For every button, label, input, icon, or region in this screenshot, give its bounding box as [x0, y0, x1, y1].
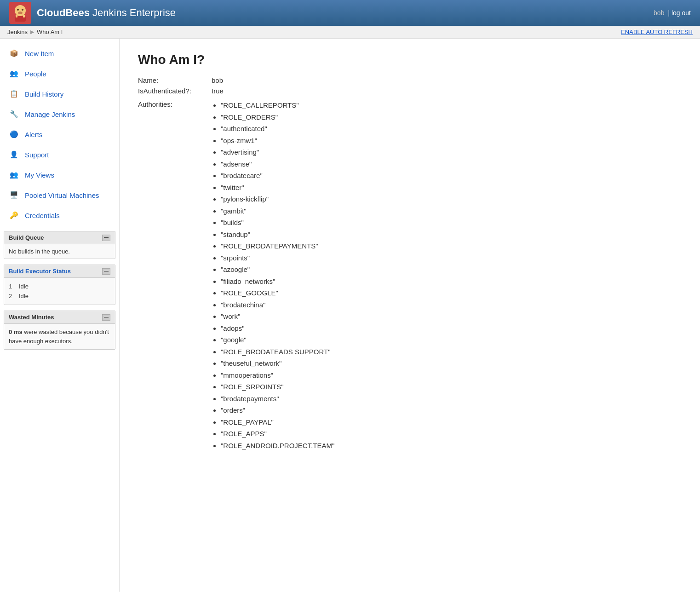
authority-item: "ROLE_BRODATEPAYMENTS" [221, 240, 334, 252]
build-executor-collapse-button[interactable]: — [102, 268, 110, 275]
authority-item: "ROLE_SRPOINTS" [221, 381, 334, 393]
authority-item: "theuseful_network" [221, 357, 334, 369]
logo-avatar [9, 2, 31, 24]
is-authenticated-label: IsAuthenticated?: [138, 87, 212, 95]
sidebar: 📦New Item👥People📋Build History🔧Manage Je… [0, 39, 120, 592]
build-queue-empty-message: No builds in the queue. [9, 248, 70, 255]
executor-list: 1Idle2Idle [9, 282, 110, 301]
authority-item: "brodatepayments" [221, 393, 334, 405]
breadcrumb-jenkins-link[interactable]: Jenkins [7, 29, 28, 35]
authority-item: "ops-zmw1" [221, 135, 334, 147]
build-queue-title: Build Queue [9, 234, 44, 241]
authority-item: "azoogle" [221, 264, 334, 276]
header-user-area: bob | log out [654, 9, 691, 17]
authority-item: "builds" [221, 217, 334, 229]
who-am-i-info: Name: bob IsAuthenticated?: true [138, 76, 682, 95]
build-queue-collapse-button[interactable]: — [102, 235, 110, 241]
authority-item: "work" [221, 311, 334, 323]
alerts-icon: 🔵 [7, 128, 20, 141]
svg-point-1 [17, 9, 19, 11]
support-icon: 👤 [7, 148, 20, 161]
authority-item: "filiado_networks" [221, 276, 334, 288]
page-title: Who Am I? [138, 52, 682, 67]
authorities-label: Authorities: [138, 99, 212, 451]
is-authenticated-row: IsAuthenticated?: true [138, 87, 682, 95]
build-history-icon: 📋 [7, 87, 20, 100]
wasted-minutes-panel: Wasted Minutes — 0 ms were wasted becaus… [4, 311, 115, 350]
svg-point-0 [15, 5, 26, 16]
authority-item: "authenticated" [221, 123, 334, 135]
authority-item: "google" [221, 334, 334, 346]
build-executor-panel: Build Executor Status — 1Idle2Idle [4, 265, 115, 305]
sidebar-item-build-history[interactable]: 📋Build History [0, 84, 119, 104]
sidebar-item-label-my-views: My Views [25, 171, 54, 179]
authority-item: "pylons-kickflip" [221, 193, 334, 205]
page-layout: 📦New Item👥People📋Build History🔧Manage Je… [0, 39, 700, 592]
header-left: CloudBees Jenkins Enterprise [9, 2, 176, 24]
authority-item: "brodatecare" [221, 170, 334, 182]
svg-point-2 [22, 9, 23, 11]
executor-status: Idle [19, 283, 29, 290]
executor-number: 1 [9, 283, 15, 290]
new-item-icon: 📦 [7, 47, 20, 60]
authority-item: "srpoints" [221, 252, 334, 264]
sidebar-item-label-people: People [25, 70, 46, 78]
wasted-minutes-body: 0 ms were wasted because you didn't have… [4, 324, 115, 349]
credentials-icon: 🔑 [7, 209, 20, 222]
svg-rect-5 [16, 15, 17, 17]
app-title: CloudBees Jenkins Enterprise [37, 7, 176, 19]
sidebar-nav: 📦New Item👥People📋Build History🔧Manage Je… [0, 43, 119, 225]
build-queue-body: No builds in the queue. [4, 244, 115, 259]
sidebar-item-pooled-vms[interactable]: 🖥️Pooled Virtual Machines [0, 185, 119, 205]
build-executor-header: Build Executor Status — [4, 265, 115, 278]
sidebar-item-label-build-history: Build History [25, 90, 63, 98]
build-queue-header: Build Queue — [4, 231, 115, 244]
build-executor-body: 1Idle2Idle [4, 278, 115, 305]
sidebar-item-label-new-item: New Item [25, 50, 54, 58]
enable-auto-refresh-link[interactable]: ENABLE AUTO REFRESH [621, 29, 693, 35]
wasted-ms-rest: were wasted because you didn't have enou… [9, 328, 109, 345]
authority-item: "orders" [221, 404, 334, 416]
executor-number: 2 [9, 293, 15, 300]
sidebar-item-new-item[interactable]: 📦New Item [0, 43, 119, 63]
executor-status: Idle [19, 293, 29, 300]
authority-item: "mmooperations" [221, 369, 334, 381]
name-label: Name: [138, 76, 212, 84]
sidebar-item-label-alerts: Alerts [25, 131, 42, 138]
svg-rect-6 [23, 15, 25, 17]
authority-item: "adops" [221, 323, 334, 334]
pooled-vms-icon: 🖥️ [7, 189, 20, 202]
sidebar-item-label-support: Support [25, 151, 49, 159]
logout-link[interactable]: | log out [668, 9, 691, 17]
breadcrumb-separator: ▶ [30, 29, 34, 35]
authority-item: "advertising" [221, 146, 334, 158]
sidebar-item-my-views[interactable]: 👥My Views [0, 165, 119, 185]
authority-item: "gambit" [221, 205, 334, 217]
sidebar-item-manage-jenkins[interactable]: 🔧Manage Jenkins [0, 104, 119, 124]
authority-item: "adsense" [221, 158, 334, 170]
build-executor-title-link[interactable]: Build Executor Status [9, 268, 71, 275]
build-queue-panel: Build Queue — No builds in the queue. [4, 231, 115, 259]
authority-item: "standup" [221, 229, 334, 241]
authorities-list: "ROLE_CALLREPORTS""ROLE_ORDERS""authenti… [212, 99, 334, 451]
sidebar-item-label-pooled-vms: Pooled Virtual Machines [25, 191, 99, 199]
authority-item: "brodatechina" [221, 299, 334, 311]
app-header: CloudBees Jenkins Enterprise bob | log o… [0, 0, 700, 26]
authority-item: "ROLE_GOOGLE" [221, 287, 334, 299]
svg-point-3 [18, 12, 23, 14]
wasted-minutes-message: 0 ms were wasted because you didn't have… [9, 328, 110, 346]
name-row: Name: bob [138, 76, 682, 84]
sidebar-item-alerts[interactable]: 🔵Alerts [0, 124, 119, 144]
sidebar-item-credentials[interactable]: 🔑Credentials [0, 205, 119, 225]
authority-item: "ROLE_BRODATEADS SUPPORT" [221, 346, 334, 358]
wasted-minutes-title: Wasted Minutes [9, 314, 54, 321]
sidebar-item-support[interactable]: 👤Support [0, 144, 119, 165]
executor-row: 1Idle [9, 282, 110, 291]
breadcrumb-left: Jenkins ▶ Who Am I [7, 29, 63, 35]
wasted-minutes-collapse-button[interactable]: — [102, 314, 110, 321]
sidebar-item-people[interactable]: 👥People [0, 63, 119, 84]
wasted-minutes-header: Wasted Minutes — [4, 311, 115, 324]
people-icon: 👥 [7, 67, 20, 80]
header-username: bob [654, 9, 664, 17]
authority-item: "ROLE_PAYPAL" [221, 416, 334, 428]
